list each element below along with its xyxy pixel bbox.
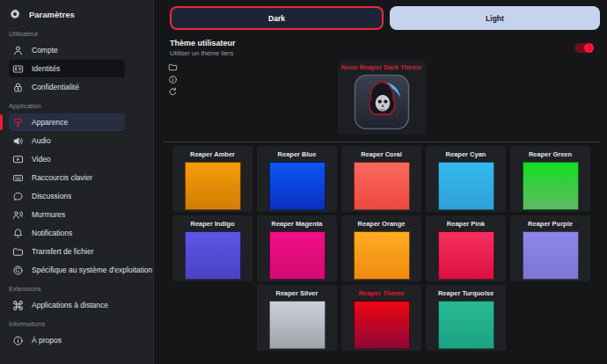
theme-preview-section: Neon Reaper Dark Theme (156, 61, 607, 136)
theme-swatch (438, 301, 494, 349)
sidebar-item-id-card[interactable]: Identités (9, 60, 125, 77)
sidebar-item-paint[interactable]: Apparence (9, 113, 125, 131)
theme-tile-reaper-purple[interactable]: Reaper Purple (510, 215, 590, 281)
theme-name: Reaper Orange (341, 220, 421, 228)
sidebar-section-label: Extensions (0, 280, 155, 295)
theme-name: Reaper Cyan (426, 150, 506, 158)
sidebar-item-label: Murmures (32, 210, 65, 219)
user-theme-subtitle: Utiliser un thème tiers (170, 49, 593, 57)
sidebar-item-bell[interactable]: Notifications (9, 224, 125, 242)
section-divider (163, 142, 600, 142)
folder-icon[interactable] (168, 62, 178, 72)
sidebar-header: Paramètres (0, 5, 155, 25)
user-theme-setting: Thème utilisateur Utiliser un thème tier… (170, 39, 593, 58)
keyboard-icon (12, 172, 24, 184)
theme-tile-reaper-silver[interactable]: Reaper Silver (257, 285, 337, 351)
sidebar-item-label: Compte (32, 46, 58, 55)
sidebar-item-lock[interactable]: Confidentialité (9, 78, 125, 96)
dark-mode-button[interactable]: Dark (170, 6, 384, 30)
sidebar-item-command[interactable]: Applications à distance (9, 296, 125, 314)
theme-tile-reaper-indigo[interactable]: Reaper Indigo (172, 215, 252, 281)
sidebar-item-chat[interactable]: Discussions (9, 187, 125, 205)
sidebar-item-label: Applications à distance (32, 301, 108, 309)
folder-icon (12, 246, 24, 258)
light-mode-button[interactable]: Light (390, 6, 600, 30)
theme-name: Reaper Theme (341, 289, 421, 297)
sidebar-item-speaker[interactable]: Audio (9, 132, 125, 149)
theme-tile-reaper-amber[interactable]: Reaper Amber (172, 146, 252, 212)
theme-mode-selector: Dark Light (170, 6, 600, 30)
id-card-icon (12, 63, 24, 75)
bell-icon (12, 228, 24, 239)
info-icon (12, 335, 24, 346)
current-theme-card[interactable]: Neon Reaper Dark Theme (338, 61, 426, 135)
video-icon (12, 154, 24, 165)
sidebar-item-whisper[interactable]: Murmures (9, 206, 125, 223)
sidebar-item-label: Identités (32, 64, 60, 73)
lock-icon (12, 82, 24, 93)
theme-grid: Reaper AmberReaper BlueReaper CoralReape… (165, 146, 598, 351)
settings-title: Paramètres (29, 10, 75, 19)
sidebar-item-label: Raccourcis clavier (32, 173, 92, 182)
sidebar-item-label: À propos (32, 336, 62, 345)
user-icon (12, 45, 24, 56)
theme-tile-reaper-magenta[interactable]: Reaper Magenta (257, 215, 337, 281)
theme-tile-reaper-theme[interactable]: Reaper Theme (341, 285, 421, 351)
whisper-icon (12, 209, 24, 221)
theme-tile-reaper-coral[interactable]: Reaper Coral (341, 146, 421, 212)
theme-name: Reaper Amber (172, 150, 252, 158)
current-theme-title: Neon Reaper Dark Theme (338, 63, 426, 71)
theme-tile-reaper-turquoise[interactable]: Reaper Turquoise (426, 285, 506, 351)
theme-swatch (523, 162, 579, 210)
theme-swatch (185, 162, 241, 210)
theme-tile-reaper-pink[interactable]: Reaper Pink (426, 215, 506, 281)
sidebar-item-label: Audio (32, 136, 51, 145)
gear-icon (9, 8, 21, 20)
theme-swatch (354, 301, 410, 349)
theme-name: Reaper Magenta (257, 220, 337, 228)
sidebar-nav: UtilisateurCompteIdentitésConfidentialit… (0, 25, 155, 349)
sidebar-item-os[interactable]: Spécifique au système d'exploitation (9, 261, 125, 279)
sidebar-item-video[interactable]: Video (9, 150, 125, 168)
sidebar-section-label: Informations (0, 315, 155, 331)
os-icon (12, 265, 24, 276)
theme-name: Reaper Coral (341, 150, 421, 158)
sidebar-item-label: Transfert de fichier (32, 247, 94, 256)
theme-name: Reaper Pink (426, 220, 506, 228)
sidebar-section-label: Application (0, 97, 155, 113)
sidebar-section-label: Utilisateur (0, 25, 155, 40)
sidebar-item-keyboard[interactable]: Raccourcis clavier (9, 169, 125, 186)
sidebar-item-info[interactable]: À propos (9, 331, 125, 349)
sidebar-item-user[interactable]: Compte (9, 41, 125, 59)
user-theme-toggle[interactable] (574, 43, 594, 53)
paint-icon (12, 117, 24, 128)
sidebar-item-label: Notifications (32, 229, 72, 237)
theme-tile-reaper-orange[interactable]: Reaper Orange (341, 215, 421, 281)
theme-swatch (523, 231, 579, 280)
theme-name: Reaper Indigo (172, 220, 252, 228)
settings-sidebar: Paramètres UtilisateurCompteIdentitésCon… (0, 0, 156, 364)
theme-swatch (185, 231, 241, 280)
refresh-icon[interactable] (168, 87, 178, 97)
theme-swatch (269, 231, 325, 280)
sidebar-item-folder[interactable]: Transfert de fichier (9, 243, 125, 260)
appearance-panel: Dark Light Thème utilisateur Utiliser un… (156, 0, 607, 364)
sidebar-item-label: Spécifique au système d'exploitation (32, 266, 152, 274)
sidebar-item-label: Confidentialité (32, 83, 79, 91)
theme-swatch (269, 162, 325, 210)
command-icon (12, 300, 24, 311)
theme-tile-reaper-green[interactable]: Reaper Green (510, 146, 590, 212)
theme-swatch (354, 162, 410, 210)
theme-tile-reaper-cyan[interactable]: Reaper Cyan (426, 146, 506, 212)
info-icon[interactable] (168, 75, 178, 84)
theme-swatch (269, 301, 325, 349)
theme-name: Reaper Blue (257, 150, 337, 158)
sidebar-item-label: Video (32, 155, 51, 164)
theme-tools (168, 62, 178, 97)
sidebar-item-label: Apparence (32, 118, 68, 127)
theme-name: Reaper Purple (510, 220, 590, 228)
theme-tile-reaper-blue[interactable]: Reaper Blue (257, 146, 337, 212)
chat-icon (12, 191, 24, 202)
reaper-theme-image (354, 74, 410, 130)
theme-swatch (438, 162, 494, 210)
